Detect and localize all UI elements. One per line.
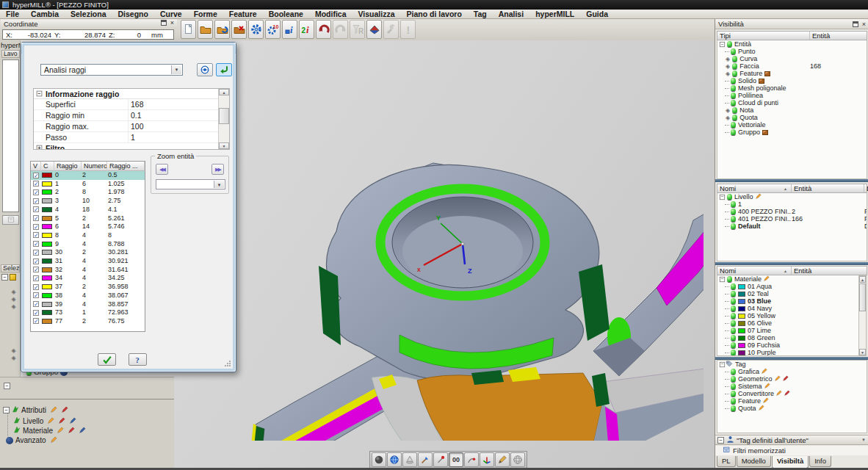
visibility-checkbox[interactable]: ✓: [33, 173, 39, 178]
visibility-checkbox[interactable]: ✓: [33, 224, 39, 230]
toolbar-button-undo-icon[interactable]: [316, 20, 331, 39]
lamp-icon[interactable]: [731, 369, 736, 375]
visibility-checkbox[interactable]: ✓: [33, 181, 39, 187]
tree-item-03-blue[interactable]: 03 Blue: [717, 297, 858, 305]
lamp-icon[interactable]: [731, 283, 736, 289]
pencil-icon[interactable]: [762, 368, 767, 375]
radius-row-2[interactable]: ✓281.978: [31, 188, 145, 197]
radius-row-0[interactable]: ✓020.5: [31, 171, 145, 180]
toolbar-button-gear-10-icon[interactable]: 10: [265, 20, 281, 39]
lamp-icon[interactable]: [731, 320, 736, 326]
tree-item-feature[interactable]: Feature: [717, 397, 867, 405]
tree-item-quota[interactable]: ◈Quota: [717, 114, 867, 121]
resize-grip[interactable]: [225, 361, 231, 366]
diamond-node-icon[interactable]: ◈: [10, 296, 17, 303]
viewport-button-pen-icon[interactable]: [495, 452, 510, 467]
tree-item-1[interactable]: 1: [717, 200, 867, 208]
diamond-node-icon[interactable]: ◈: [10, 303, 17, 310]
help-button[interactable]: ?: [129, 353, 147, 366]
lamp-icon[interactable]: [727, 41, 732, 47]
model-hub[interactable]: [319, 163, 610, 380]
table-header-raggio-[interactable]: Raggio ...: [107, 162, 145, 171]
viewport-button-probe-icon[interactable]: [433, 452, 448, 467]
visibility-checkbox[interactable]: ✓: [33, 284, 39, 290]
coordinate-input[interactable]: X:-83.024Y:28.874Z:0mm: [2, 29, 174, 40]
menu-item-curve[interactable]: Curve: [154, 10, 188, 18]
lamp-icon[interactable]: [731, 216, 736, 222]
visibility-checkbox[interactable]: ✓: [33, 267, 39, 272]
prop-row-passo[interactable]: Passo1: [34, 132, 219, 143]
expand-icon[interactable]: +: [37, 145, 43, 150]
viewport-button-axes-icon[interactable]: [480, 452, 494, 467]
zoom-entity-select[interactable]: ▼: [156, 179, 225, 189]
attributes-item-avanzato[interactable]: Avanzato: [6, 436, 57, 444]
scroll-down-icon[interactable]: ▼: [859, 349, 866, 355]
prop-value[interactable]: 100: [131, 121, 144, 131]
table-header-c[interactable]: C: [41, 162, 54, 171]
toolbar-button-gear-icon[interactable]: [248, 20, 264, 39]
tab-pl[interactable]: PL: [717, 456, 736, 467]
table-header-raggio[interactable]: Raggio: [54, 162, 82, 171]
pencil-icon[interactable]: [62, 406, 68, 414]
lamp-icon[interactable]: [731, 129, 736, 135]
expand-icon[interactable]: −: [3, 407, 10, 413]
pencil-icon[interactable]: [763, 397, 769, 405]
column-header-nomi[interactable]: Nomi: [717, 184, 790, 192]
menu-item-feature[interactable]: Feature: [223, 10, 263, 18]
column-header-entit-[interactable]: Entità: [791, 267, 867, 275]
pencil-icon[interactable]: [51, 436, 57, 444]
tree-item-punto[interactable]: Punto: [717, 48, 867, 55]
column-header-tipi[interactable]: Tipi: [717, 32, 809, 40]
menu-item-forme[interactable]: Forme: [188, 10, 223, 18]
selection-panel-header[interactable]: Selezio: [1, 264, 20, 272]
diamond-toggle-icon[interactable]: ◈: [726, 115, 730, 121]
lamp-icon[interactable]: [731, 398, 736, 404]
pencil-icon[interactable]: [59, 417, 65, 425]
lamp-icon[interactable]: [731, 376, 736, 382]
tree-item-02-teal[interactable]: 02 Teal: [717, 290, 858, 297]
column-header[interactable]: Nomi▲EntitàD: [717, 184, 867, 193]
prop-group-header[interactable]: −Informazione raggio: [34, 89, 219, 99]
viewport-button-point-pin-icon[interactable]: [464, 452, 479, 467]
menu-item-guida[interactable]: Guida: [580, 10, 614, 18]
lamp-icon[interactable]: [727, 194, 732, 200]
lamp-icon[interactable]: [731, 350, 736, 355]
tree-item-06-olive[interactable]: 06 Olive: [717, 319, 858, 327]
expand-icon[interactable]: −: [720, 276, 725, 281]
pencil-icon[interactable]: [68, 427, 75, 435]
tab-info[interactable]: Info: [809, 456, 831, 467]
ok-button[interactable]: [98, 353, 116, 366]
viewport-button-shaded-sphere-icon[interactable]: [372, 452, 386, 467]
radius-row-9[interactable]: ✓948.788: [31, 240, 145, 249]
collapse-icon[interactable]: −: [37, 91, 43, 97]
pencil-icon[interactable]: [57, 427, 64, 435]
menu-item-file[interactable]: File: [0, 10, 25, 18]
visibility-checkbox[interactable]: ✓: [33, 250, 39, 256]
menu-item-piano-di-lavoro[interactable]: Piano di lavoro: [401, 10, 468, 18]
radius-row-77[interactable]: ✓77276.75: [31, 317, 145, 326]
menu-item-disegno[interactable]: Disegno: [112, 10, 153, 18]
radius-row-32[interactable]: ✓32431.641: [31, 266, 145, 275]
prop-row-raggio-max-[interactable]: Raggio max.100: [34, 121, 219, 132]
tree-item-400-pezzo-fini-[interactable]: 400 PEZZO FINI..2P: [717, 208, 867, 215]
menu-item-tag[interactable]: Tag: [468, 10, 493, 18]
attributes-item-livello[interactable]: Livello: [13, 416, 76, 425]
left-list-button[interactable]: [2, 215, 19, 225]
menu-item-seleziona[interactable]: Seleziona: [65, 10, 112, 18]
lamp-icon[interactable]: [731, 122, 736, 128]
pencil-icon[interactable]: [775, 375, 781, 383]
diamond-toggle-icon[interactable]: ◈: [726, 63, 730, 70]
toolbar-button-folder-close-icon[interactable]: [231, 20, 247, 39]
scroll-up-icon[interactable]: ▲: [859, 276, 866, 283]
radius-row-30[interactable]: ✓30230.281: [31, 248, 145, 257]
menu-item-hypermill[interactable]: hyperMILL: [529, 10, 580, 18]
close-panel-icon[interactable]: ×: [861, 21, 867, 28]
toolbar-button-open-folder-icon[interactable]: [198, 20, 213, 39]
radius-table[interactable]: VCRaggioNumeroRaggio ... ✓020.5✓161.025✓…: [30, 161, 145, 332]
lamp-icon[interactable]: [732, 70, 737, 76]
radius-row-73[interactable]: ✓73172.963: [31, 308, 145, 317]
tree-item-materiale[interactable]: −Materiale: [717, 275, 858, 283]
globe-view-button[interactable]: [197, 63, 213, 76]
pencil-icon[interactable]: [70, 417, 76, 425]
selection-tree-root[interactable]: −: [1, 274, 16, 281]
